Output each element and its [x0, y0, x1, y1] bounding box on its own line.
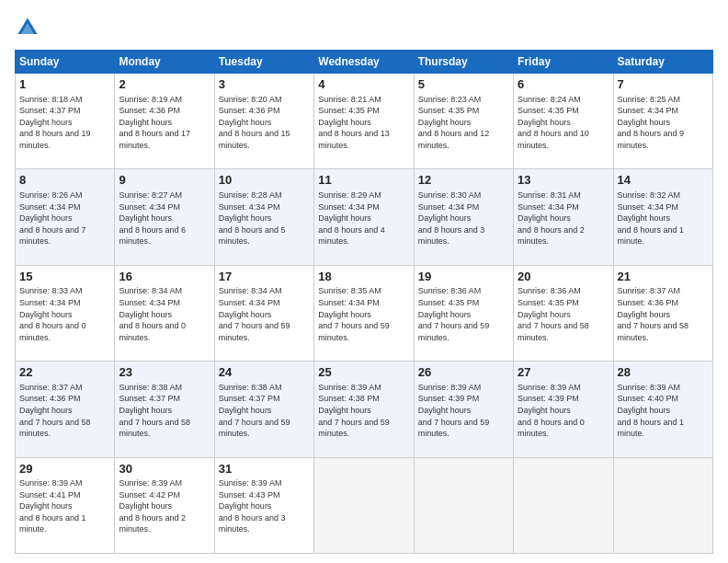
calendar-day-cell: 18Sunrise: 8:35 AMSunset: 4:34 PMDayligh…: [314, 265, 414, 361]
day-number: 14: [618, 172, 709, 189]
day-number: 2: [119, 76, 210, 93]
calendar-day-cell: 21Sunrise: 8:37 AMSunset: 4:36 PMDayligh…: [613, 265, 712, 361]
day-number: 7: [618, 76, 709, 93]
calendar-header-monday: Monday: [115, 51, 214, 74]
day-info: Sunrise: 8:19 AMSunset: 4:36 PMDaylight …: [119, 94, 210, 152]
day-number: 31: [219, 461, 310, 477]
calendar-day-cell: 14Sunrise: 8:32 AMSunset: 4:34 PMDayligh…: [613, 169, 712, 265]
calendar-day-cell: 29Sunrise: 8:39 AMSunset: 4:41 PMDayligh…: [16, 457, 115, 553]
day-info: Sunrise: 8:24 AMSunset: 4:35 PMDaylight …: [518, 94, 609, 152]
day-info: Sunrise: 8:28 AMSunset: 4:34 PMDaylight …: [219, 190, 310, 247]
day-info: Sunrise: 8:36 AMSunset: 4:35 PMDaylight …: [518, 285, 609, 343]
day-number: 24: [219, 364, 310, 381]
day-info: Sunrise: 8:33 AMSunset: 4:34 PMDaylight …: [19, 285, 110, 343]
day-info: Sunrise: 8:39 AMSunset: 4:42 PMDaylight …: [119, 477, 210, 535]
calendar-day-cell: 12Sunrise: 8:30 AMSunset: 4:34 PMDayligh…: [414, 169, 513, 265]
calendar-day-cell: 7Sunrise: 8:25 AMSunset: 4:34 PMDaylight…: [613, 74, 712, 169]
calendar-day-cell: 1Sunrise: 8:18 AMSunset: 4:37 PMDaylight…: [16, 74, 115, 169]
day-info: Sunrise: 8:39 AMSunset: 4:39 PMDaylight …: [418, 382, 509, 440]
calendar-day-cell: 30Sunrise: 8:39 AMSunset: 4:42 PMDayligh…: [115, 457, 214, 553]
day-number: 29: [19, 461, 110, 477]
calendar-week-row: 29Sunrise: 8:39 AMSunset: 4:41 PMDayligh…: [16, 457, 713, 553]
day-info: Sunrise: 8:34 AMSunset: 4:34 PMDaylight …: [119, 285, 210, 343]
day-info: Sunrise: 8:21 AMSunset: 4:35 PMDaylight …: [318, 94, 409, 152]
calendar-day-cell: 3Sunrise: 8:20 AMSunset: 4:36 PMDaylight…: [214, 74, 313, 169]
day-info: Sunrise: 8:25 AMSunset: 4:34 PMDaylight …: [618, 94, 709, 152]
calendar-header-row: SundayMondayTuesdayWednesdayThursdayFrid…: [16, 51, 713, 74]
day-info: Sunrise: 8:38 AMSunset: 4:37 PMDaylight …: [219, 382, 310, 440]
day-number: 12: [418, 172, 509, 189]
calendar-day-cell: 23Sunrise: 8:38 AMSunset: 4:37 PMDayligh…: [115, 362, 214, 457]
calendar-day-cell: 2Sunrise: 8:19 AMSunset: 4:36 PMDaylight…: [115, 74, 214, 169]
calendar-day-cell: 15Sunrise: 8:33 AMSunset: 4:34 PMDayligh…: [16, 265, 115, 361]
day-info: Sunrise: 8:18 AMSunset: 4:37 PMDaylight …: [19, 94, 110, 152]
calendar-day-cell: [613, 457, 712, 553]
calendar-day-cell: 8Sunrise: 8:26 AMSunset: 4:34 PMDaylight…: [16, 169, 115, 265]
calendar-day-cell: [514, 457, 613, 553]
day-info: Sunrise: 8:36 AMSunset: 4:35 PMDaylight …: [418, 285, 509, 343]
calendar-week-row: 15Sunrise: 8:33 AMSunset: 4:34 PMDayligh…: [16, 265, 713, 361]
page: SundayMondayTuesdayWednesdayThursdayFrid…: [0, 0, 728, 563]
day-number: 30: [119, 461, 210, 477]
day-number: 28: [618, 364, 709, 381]
calendar-header-sunday: Sunday: [16, 51, 115, 74]
day-number: 3: [219, 76, 310, 93]
day-number: 13: [518, 172, 609, 189]
day-info: Sunrise: 8:35 AMSunset: 4:34 PMDaylight …: [318, 285, 409, 343]
calendar-day-cell: 28Sunrise: 8:39 AMSunset: 4:40 PMDayligh…: [613, 362, 712, 457]
calendar-week-row: 22Sunrise: 8:37 AMSunset: 4:36 PMDayligh…: [16, 362, 713, 457]
calendar-header-thursday: Thursday: [414, 51, 513, 74]
day-info: Sunrise: 8:37 AMSunset: 4:36 PMDaylight …: [618, 285, 709, 343]
day-number: 17: [219, 269, 310, 285]
logo-icon: [15, 15, 40, 40]
calendar-day-cell: 5Sunrise: 8:23 AMSunset: 4:35 PMDaylight…: [414, 74, 513, 169]
day-number: 6: [518, 76, 609, 93]
day-number: 27: [518, 364, 609, 381]
calendar-day-cell: [314, 457, 414, 553]
calendar-day-cell: 17Sunrise: 8:34 AMSunset: 4:34 PMDayligh…: [214, 265, 313, 361]
calendar-day-cell: 9Sunrise: 8:27 AMSunset: 4:34 PMDaylight…: [115, 169, 214, 265]
day-number: 10: [219, 172, 310, 189]
day-info: Sunrise: 8:38 AMSunset: 4:37 PMDaylight …: [119, 382, 210, 440]
day-info: Sunrise: 8:23 AMSunset: 4:35 PMDaylight …: [418, 94, 509, 152]
day-info: Sunrise: 8:32 AMSunset: 4:34 PMDaylight …: [618, 190, 709, 247]
day-number: 11: [318, 172, 409, 189]
day-number: 16: [119, 269, 210, 285]
day-info: Sunrise: 8:39 AMSunset: 4:41 PMDaylight …: [19, 477, 110, 535]
calendar-day-cell: 10Sunrise: 8:28 AMSunset: 4:34 PMDayligh…: [214, 169, 313, 265]
header: [15, 15, 713, 40]
day-number: 18: [318, 269, 409, 285]
calendar-header-saturday: Saturday: [613, 51, 712, 74]
day-info: Sunrise: 8:37 AMSunset: 4:36 PMDaylight …: [19, 382, 110, 440]
calendar-header-wednesday: Wednesday: [314, 51, 414, 74]
day-info: Sunrise: 8:30 AMSunset: 4:34 PMDaylight …: [418, 190, 509, 247]
calendar-day-cell: 16Sunrise: 8:34 AMSunset: 4:34 PMDayligh…: [115, 265, 214, 361]
day-number: 25: [318, 364, 409, 381]
calendar-day-cell: 11Sunrise: 8:29 AMSunset: 4:34 PMDayligh…: [314, 169, 414, 265]
day-number: 1: [19, 76, 110, 93]
calendar-day-cell: 6Sunrise: 8:24 AMSunset: 4:35 PMDaylight…: [514, 74, 613, 169]
calendar-day-cell: 26Sunrise: 8:39 AMSunset: 4:39 PMDayligh…: [414, 362, 513, 457]
day-info: Sunrise: 8:26 AMSunset: 4:34 PMDaylight …: [19, 190, 110, 247]
calendar-table: SundayMondayTuesdayWednesdayThursdayFrid…: [15, 50, 713, 554]
calendar-day-cell: 19Sunrise: 8:36 AMSunset: 4:35 PMDayligh…: [414, 265, 513, 361]
logo: [15, 15, 44, 40]
day-number: 15: [19, 269, 110, 285]
day-number: 19: [418, 269, 509, 285]
day-number: 20: [518, 269, 609, 285]
day-number: 8: [19, 172, 110, 189]
calendar-header-friday: Friday: [514, 51, 613, 74]
day-info: Sunrise: 8:31 AMSunset: 4:34 PMDaylight …: [518, 190, 609, 247]
day-number: 21: [618, 269, 709, 285]
calendar-day-cell: 13Sunrise: 8:31 AMSunset: 4:34 PMDayligh…: [514, 169, 613, 265]
calendar-week-row: 8Sunrise: 8:26 AMSunset: 4:34 PMDaylight…: [16, 169, 713, 265]
day-number: 26: [418, 364, 509, 381]
day-info: Sunrise: 8:27 AMSunset: 4:34 PMDaylight …: [119, 190, 210, 247]
day-number: 5: [418, 76, 509, 93]
calendar-week-row: 1Sunrise: 8:18 AMSunset: 4:37 PMDaylight…: [16, 74, 713, 169]
day-number: 4: [318, 76, 409, 93]
day-info: Sunrise: 8:29 AMSunset: 4:34 PMDaylight …: [318, 190, 409, 247]
calendar-day-cell: 31Sunrise: 8:39 AMSunset: 4:43 PMDayligh…: [214, 457, 313, 553]
day-info: Sunrise: 8:39 AMSunset: 4:38 PMDaylight …: [318, 382, 409, 440]
day-info: Sunrise: 8:39 AMSunset: 4:43 PMDaylight …: [219, 477, 310, 535]
